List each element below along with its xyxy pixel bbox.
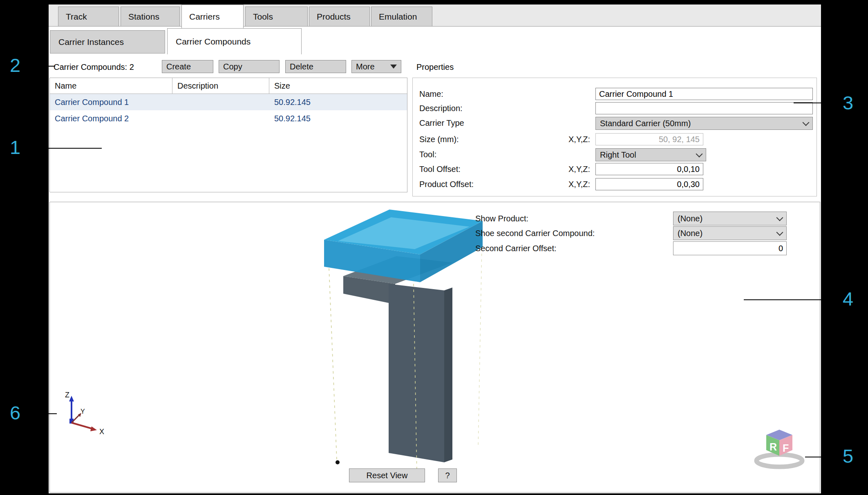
chevron-down-icon	[776, 214, 783, 221]
properties-title: Properties	[416, 62, 454, 72]
delete-button[interactable]: Delete	[285, 60, 346, 73]
callout-3-line	[794, 103, 821, 103]
cell-size: 50.92.145	[269, 98, 407, 107]
axis-triad-icon: Z Y X	[60, 390, 113, 439]
more-dropdown-button[interactable]: More	[351, 60, 401, 73]
tab-track[interactable]: Track	[58, 7, 119, 27]
axis-x-label: X	[99, 428, 104, 436]
cell-name: Carrier Compound 2	[50, 114, 172, 123]
second-compound-select[interactable]: (None)	[673, 226, 787, 240]
show-product-select[interactable]: (None)	[673, 212, 787, 225]
carrier-type-select[interactable]: Standard Carrier (50mm)	[595, 117, 813, 130]
reset-view-button[interactable]: Reset View	[349, 468, 425, 482]
subtab-carrier-instances[interactable]: Carrier Instances	[50, 30, 165, 54]
chevron-down-icon	[696, 150, 703, 157]
dropdown-arrow-icon	[390, 65, 397, 69]
viewport-3d[interactable]: Show Product: (None) Shoe second Carrier…	[49, 202, 820, 493]
callout-4-line	[744, 299, 821, 300]
rf-cube-logo: R F	[751, 425, 816, 472]
callout-1: 1	[10, 138, 20, 157]
properties-panel: Name: Description: Carrier Type Standard…	[412, 78, 817, 196]
cell-size: 50.92.145	[269, 114, 407, 123]
help-button[interactable]: ?	[438, 468, 457, 482]
show-product-label: Show Product:	[475, 214, 528, 223]
logo-letter-f: F	[783, 442, 789, 454]
compound-list: Name Description Size Carrier Compound 1…	[49, 78, 407, 192]
tab-tools[interactable]: Tools	[245, 7, 308, 27]
tab-stations[interactable]: Stations	[121, 7, 180, 27]
app-window: Track Stations Carriers Tools Products E…	[49, 4, 821, 493]
callout-5-line	[805, 457, 821, 457]
subtab-carrier-compounds[interactable]: Carrier Compounds	[167, 28, 302, 54]
callout-1-line	[49, 148, 102, 149]
callout-6: 6	[10, 403, 20, 422]
size-input	[595, 133, 703, 145]
tool-select[interactable]: Right Tool	[595, 148, 706, 161]
table-row[interactable]: Carrier Compound 1 50.92.145	[50, 94, 407, 110]
callout-5: 5	[843, 446, 853, 466]
description-label: Description:	[419, 104, 463, 113]
callout-2: 2	[10, 56, 20, 75]
callout-2-line	[49, 66, 55, 67]
axis-y-label: Y	[81, 408, 85, 415]
name-input[interactable]	[595, 88, 813, 100]
column-header-name: Name	[50, 78, 172, 94]
tab-emulation[interactable]: Emulation	[371, 7, 432, 27]
callout-3: 3	[843, 93, 853, 112]
logo-letter-r: R	[770, 441, 777, 453]
second-offset-label: Second Carrier Offset:	[475, 244, 557, 253]
screenshot-root: { "tabs": { "main": ["Track", "Stations"…	[0, 0, 868, 495]
axis-z-label: Z	[65, 391, 69, 399]
second-compound-label: Shoe second Carrier Compound:	[475, 229, 595, 238]
create-button[interactable]: Create	[162, 60, 213, 73]
column-header-size: Size	[269, 78, 407, 94]
tool-offset-input[interactable]	[595, 163, 703, 175]
tool-offset-xyz-label: X,Y,Z:	[527, 165, 590, 174]
cell-name: Carrier Compound 1	[50, 98, 172, 107]
carrier-type-label: Carrier Type	[419, 118, 464, 128]
chevron-down-icon	[803, 119, 810, 126]
callout-4: 4	[843, 289, 853, 308]
second-offset-input[interactable]	[673, 241, 787, 255]
name-label: Name:	[419, 89, 443, 99]
product-offset-label: Product Offset:	[419, 180, 474, 189]
tool-offset-label: Tool Offset:	[419, 165, 461, 174]
tool-label: Tool:	[419, 150, 436, 159]
description-input[interactable]	[595, 102, 813, 114]
compound-count-label: Carrier Compounds: 2	[54, 62, 134, 72]
callout-6-line	[49, 413, 57, 414]
table-row[interactable]: Carrier Compound 2 50.92.145	[50, 110, 407, 127]
list-header: Name Description Size	[50, 78, 407, 94]
product-offset-input[interactable]	[595, 178, 703, 190]
product-offset-xyz-label: X,Y,Z:	[527, 180, 590, 189]
tab-products[interactable]: Products	[309, 7, 370, 27]
size-xyz-label: X,Y,Z:	[527, 135, 590, 144]
copy-button[interactable]: Copy	[219, 60, 280, 73]
tab-carriers[interactable]: Carriers	[181, 4, 244, 28]
column-header-description: Description	[172, 78, 269, 94]
size-label: Size (mm):	[419, 135, 459, 144]
chevron-down-icon	[776, 229, 783, 236]
